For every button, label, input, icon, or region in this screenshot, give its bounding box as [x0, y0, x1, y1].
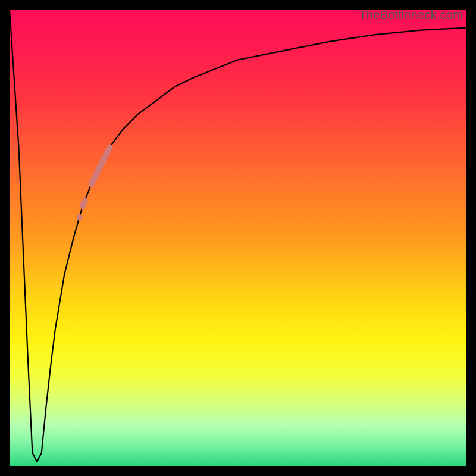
chart-frame: TheBottleneck.com [0, 0, 476, 476]
curve-highlight-dot [77, 214, 83, 220]
plot-area: TheBottleneck.com [10, 10, 466, 466]
curve-path [10, 10, 466, 462]
bottleneck-curve [10, 10, 466, 466]
